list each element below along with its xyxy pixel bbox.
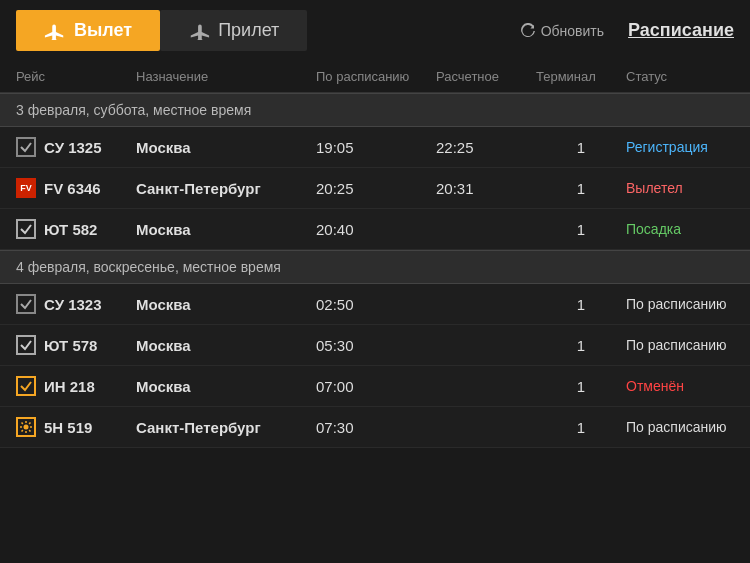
status-badge: По расписанию [626,296,734,312]
destination: Москва [136,139,316,156]
status-badge: Отменён [626,378,734,394]
col-scheduled: По расписанию [316,69,436,84]
airline-icon [16,294,36,314]
col-estimated: Расчетное [436,69,536,84]
arrive-plane-icon [188,22,210,40]
status-badge: Вылетел [626,180,734,196]
col-terminal: Терминал [536,69,626,84]
tab-depart-label: Вылет [74,20,132,41]
table-row[interactable]: ИН 218 Москва 07:00 1 Отменён [0,366,750,407]
scheduled-time: 20:25 [316,180,436,197]
refresh-icon [520,23,536,39]
flight-number: ЮТ 578 [16,335,136,355]
date-header-0: 3 февраля, суббота, местное время [0,93,750,127]
date-header-1: 4 февраля, воскресенье, местное время [0,250,750,284]
terminal: 1 [536,139,626,156]
terminal: 1 [536,221,626,238]
table-row[interactable]: ЮТ 578 Москва 05:30 1 По расписанию [0,325,750,366]
terminal: 1 [536,337,626,354]
scheduled-time: 07:30 [316,419,436,436]
tab-departure[interactable]: Вылет [16,10,160,51]
col-destination: Назначение [136,69,316,84]
airline-icon [16,219,36,239]
estimated-time: 22:25 [436,139,536,156]
destination: Москва [136,378,316,395]
svg-point-0 [24,425,29,430]
status-badge: Регистрация [626,139,734,155]
schedule-link[interactable]: Расписание [628,20,734,41]
destination: Санкт-Петербург [136,419,316,436]
scheduled-time: 20:40 [316,221,436,238]
refresh-label: Обновить [541,23,604,39]
flight-number: СУ 1323 [16,294,136,314]
status-badge: По расписанию [626,337,734,353]
terminal: 1 [536,296,626,313]
flight-number: 5Н 519 [16,417,136,437]
flight-number: СУ 1325 [16,137,136,157]
table-row[interactable]: СУ 1325 Москва 19:05 22:25 1 Регистрация [0,127,750,168]
destination: Москва [136,337,316,354]
flight-number: ЮТ 582 [16,219,136,239]
scheduled-time: 02:50 [316,296,436,313]
table-row[interactable]: 5Н 519 Санкт-Петербург 07:30 1 По распис… [0,407,750,448]
tab-arrival[interactable]: Прилет [160,10,307,51]
col-flight: Рейс [16,69,136,84]
scheduled-time: 07:00 [316,378,436,395]
tab-arrive-label: Прилет [218,20,279,41]
terminal: 1 [536,378,626,395]
depart-plane-icon [44,22,66,40]
destination: Москва [136,296,316,313]
page-header: Вылет Прилет Обновить Расписание [0,0,750,61]
airline-icon [16,376,36,396]
status-badge: Посадка [626,221,734,237]
table-row[interactable]: ЮТ 582 Москва 20:40 1 Посадка [0,209,750,250]
table-row[interactable]: FV FV 6346 Санкт-Петербург 20:25 20:31 1… [0,168,750,209]
status-badge: По расписанию [626,419,734,435]
scheduled-time: 19:05 [316,139,436,156]
refresh-button[interactable]: Обновить [520,23,604,39]
destination: Санкт-Петербург [136,180,316,197]
terminal: 1 [536,180,626,197]
terminal: 1 [536,419,626,436]
airline-icon [16,335,36,355]
airline-icon [16,137,36,157]
scheduled-time: 05:30 [316,337,436,354]
flight-number: ИН 218 [16,376,136,396]
col-status: Статус [626,69,734,84]
airline-icon: FV [16,178,36,198]
flight-number: FV FV 6346 [16,178,136,198]
column-headers: Рейс Назначение По расписанию Расчетное … [0,61,750,93]
estimated-time: 20:31 [436,180,536,197]
table-row[interactable]: СУ 1323 Москва 02:50 1 По расписанию [0,284,750,325]
flights-container: 3 февраля, суббота, местное время СУ 132… [0,93,750,448]
destination: Москва [136,221,316,238]
airline-icon [16,417,36,437]
